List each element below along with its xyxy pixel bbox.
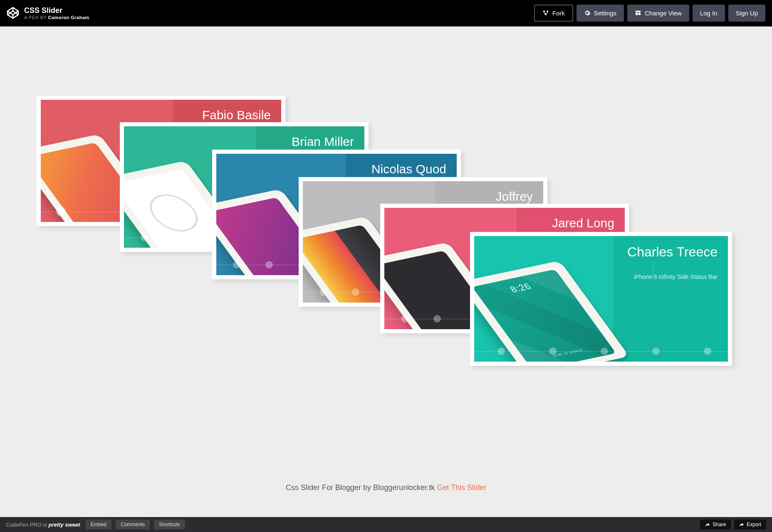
header: CSS Slider A PEN BY Cameron Graham Fork … [0,0,772,27]
shortcuts-button[interactable]: Shortcuts [154,520,185,530]
byline-prefix: A PEN BY [24,15,48,20]
footer: CodePen PRO is pretty sweet. Embed Comme… [0,517,772,532]
slider-dots [497,347,728,355]
comments-button[interactable]: Comments [116,520,150,530]
pen-byline: A PEN BY Cameron Graham [24,15,89,20]
slider-dot[interactable] [601,347,608,355]
pen-canvas: Fabio Basile Brian Miller Nicolas Quod [0,27,772,517]
footer-right: Share Export [700,520,766,530]
slider-dot[interactable] [401,315,408,323]
settings-button[interactable]: Settings [577,5,624,22]
caption-link[interactable]: Get This Slider [437,483,486,492]
card-inner: 8:26 slide to unlock Charles Treece iPho… [474,236,728,362]
caption: Css Slider For Blogger by Bloggerunlocke… [0,483,772,492]
slider-dot[interactable] [549,347,557,355]
slider-dots [233,261,273,268]
phone-time: 8:26 [508,281,534,295]
login-label: Log In [700,10,718,17]
slider-dot[interactable] [319,288,327,296]
export-icon [739,522,744,527]
pen-title: CSS Slider [24,6,89,15]
slider-dot[interactable] [497,347,505,355]
change-view-label: Change View [645,10,682,17]
author-link[interactable]: Cameron Graham [48,15,89,20]
slider-dot[interactable] [265,261,273,268]
slider-dot[interactable] [233,261,240,268]
slider-card-active[interactable]: 8:26 slide to unlock Charles Treece iPho… [470,232,732,366]
slider-dot[interactable] [352,288,359,296]
share-button[interactable]: Share [700,520,731,530]
card-title: Brian Miller [292,135,354,149]
fork-icon [542,10,549,16]
embed-button[interactable]: Embed [86,520,111,530]
card-subtitle: iPhone 6 Infinity Side Status Bar [634,273,718,280]
slider-dot[interactable] [57,208,65,215]
slider-dot[interactable] [433,315,441,323]
login-button[interactable]: Log In [693,5,725,22]
card-title: Nicolas Quod [371,162,446,176]
slider-dot[interactable] [173,234,181,241]
fork-button[interactable]: Fork [534,5,573,22]
promo-text: CodePen PRO is pretty sweet. [6,522,82,528]
gear-icon [584,10,591,16]
slider-dots [319,288,359,296]
promo-prefix: CodePen PRO is [6,522,49,528]
slider-dots [141,234,181,241]
export-label: Export [747,522,761,527]
share-label: Share [713,522,726,527]
promo-suffix: . [80,522,82,528]
layout-icon [635,10,641,16]
slider-dot[interactable] [141,234,148,241]
header-right: Fork Settings Change View Log In Sign Up [534,5,765,22]
card-title: Jared Long [552,216,614,230]
card-title: Fabio Basile [202,108,271,122]
card-title: Joffrey [496,190,533,204]
header-left: CSS Slider A PEN BY Cameron Graham [7,6,89,20]
title-group: CSS Slider A PEN BY Cameron Graham [24,6,89,20]
share-icon [705,522,710,527]
signup-label: Sign Up [736,10,758,17]
slider-dot[interactable] [652,347,660,355]
caption-text: Css Slider For Blogger by Bloggerunlocke… [286,483,437,492]
card-title: Charles Treece [627,244,718,260]
promo-bold: pretty sweet [49,522,80,528]
signup-button[interactable]: Sign Up [728,5,765,22]
codepen-logo-icon[interactable] [7,7,19,19]
footer-left: CodePen PRO is pretty sweet. Embed Comme… [6,520,185,530]
settings-label: Settings [594,10,616,17]
slider-dot[interactable] [704,347,711,355]
slider-dots [57,208,65,215]
change-view-button[interactable]: Change View [627,5,689,22]
export-button[interactable]: Export [734,520,766,530]
fork-label: Fork [552,10,565,17]
slider-dots [401,315,441,323]
